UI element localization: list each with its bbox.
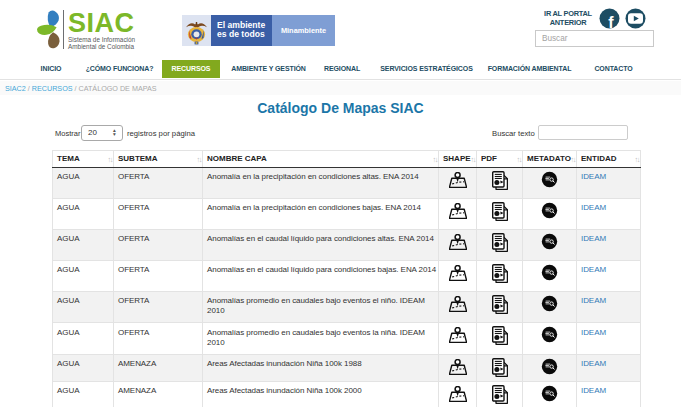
svg-text:f: f: [608, 14, 614, 29]
